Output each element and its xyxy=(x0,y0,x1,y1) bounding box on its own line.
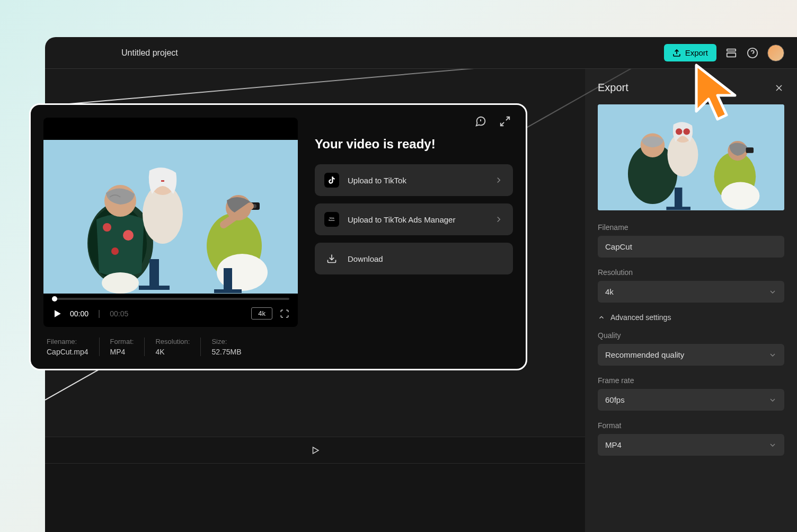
svg-rect-39 xyxy=(161,180,164,182)
svg-point-32 xyxy=(111,247,119,255)
download-icon xyxy=(324,251,339,266)
tiktok-ads-icon: TikTokBusiness xyxy=(324,212,339,227)
resolution-label: Resolution xyxy=(598,268,784,277)
chevron-down-icon xyxy=(768,288,777,296)
timeline xyxy=(45,437,585,532)
video-preview[interactable] xyxy=(43,140,298,294)
chevron-right-icon xyxy=(494,175,503,185)
chevron-down-icon xyxy=(768,351,777,359)
format-select[interactable]: MP4 xyxy=(598,434,784,456)
framerate-label: Frame rate xyxy=(598,376,784,385)
video-progress-bar[interactable] xyxy=(52,298,289,300)
filename-label: Filename xyxy=(598,223,784,232)
meta-size-value: 52.75MB xyxy=(211,348,241,356)
ready-title: Your video is ready! xyxy=(315,137,513,152)
upload-tiktok-ads-label: Upload to TikTok Ads Manager xyxy=(348,215,485,224)
svg-point-16 xyxy=(721,182,759,210)
quality-select[interactable]: Recommended quality xyxy=(598,344,784,366)
export-button-label: Export xyxy=(685,48,708,57)
export-complete-modal: 00:00 | 00:05 4k Filename: CapCut.mp4 Fo xyxy=(29,103,527,370)
svg-rect-47 xyxy=(139,286,170,290)
svg-rect-2 xyxy=(727,53,736,57)
help-icon[interactable] xyxy=(746,47,759,59)
tiktok-icon xyxy=(324,173,339,188)
chevron-down-icon xyxy=(768,396,777,404)
svg-line-26 xyxy=(501,122,504,126)
time-duration: 00:05 xyxy=(110,309,128,318)
advanced-settings-toggle[interactable]: Advanced settings xyxy=(598,313,784,322)
expand-icon[interactable] xyxy=(499,116,511,127)
dashboard-icon[interactable] xyxy=(725,47,738,59)
svg-marker-50 xyxy=(55,310,61,317)
play-icon[interactable] xyxy=(52,308,63,319)
svg-rect-46 xyxy=(149,259,159,288)
time-current: 00:00 xyxy=(70,309,88,318)
download-button[interactable]: Download xyxy=(315,243,513,274)
svg-point-13 xyxy=(676,128,682,135)
fullscreen-icon[interactable] xyxy=(280,309,289,318)
svg-point-34 xyxy=(102,272,139,294)
chevron-up-icon xyxy=(598,314,605,321)
filename-input[interactable] xyxy=(598,236,784,258)
svg-line-25 xyxy=(506,117,509,120)
meta-resolution-label: Resolution: xyxy=(155,338,190,345)
svg-point-31 xyxy=(123,230,134,241)
meta-filename-value: CapCut.mp4 xyxy=(47,348,88,356)
timeline-play-icon[interactable] xyxy=(311,446,320,455)
video-player: 00:00 | 00:05 4k xyxy=(43,118,298,327)
upload-tiktok-label: Upload to TikTok xyxy=(348,176,485,185)
chevron-down-icon xyxy=(768,441,777,449)
meta-resolution-value: 4K xyxy=(155,348,190,356)
svg-rect-19 xyxy=(675,188,682,209)
project-title: Untitled project xyxy=(121,48,178,58)
quality-label: Quality xyxy=(598,331,784,340)
chevron-right-icon xyxy=(494,215,503,224)
meta-format-value: MP4 xyxy=(110,348,134,356)
svg-rect-18 xyxy=(746,147,754,153)
svg-rect-49 xyxy=(214,289,242,293)
resolution-select[interactable]: 4k xyxy=(598,281,784,303)
framerate-select[interactable]: 60fps xyxy=(598,389,784,411)
export-button[interactable]: Export xyxy=(664,44,716,61)
svg-rect-1 xyxy=(727,49,736,51)
meta-format-label: Format: xyxy=(110,338,134,345)
user-avatar[interactable] xyxy=(767,45,784,61)
export-panel-title: Export xyxy=(598,82,628,94)
meta-size-label: Size: xyxy=(211,338,241,345)
feedback-icon[interactable] xyxy=(475,116,486,127)
svg-marker-5 xyxy=(313,447,318,454)
upload-tiktok-ads-button[interactable]: TikTokBusiness Upload to TikTok Ads Mana… xyxy=(315,203,513,235)
upload-tiktok-button[interactable]: Upload to TikTok xyxy=(315,164,513,196)
quality-badge: 4k xyxy=(251,307,272,320)
upload-icon xyxy=(672,49,681,57)
meta-filename-label: Filename: xyxy=(47,338,88,345)
svg-rect-51 xyxy=(327,215,336,224)
svg-rect-20 xyxy=(666,207,690,210)
svg-text:Business: Business xyxy=(329,219,335,221)
export-preview-thumbnail xyxy=(598,104,784,210)
download-label: Download xyxy=(348,254,503,263)
format-label: Format xyxy=(598,421,784,430)
file-metadata: Filename: CapCut.mp4 Format: MP4 Resolut… xyxy=(43,338,298,356)
close-icon[interactable] xyxy=(774,83,784,93)
svg-point-14 xyxy=(684,128,690,135)
svg-point-30 xyxy=(103,223,111,232)
app-header: Untitled project Export xyxy=(45,37,797,69)
svg-text:TikTok: TikTok xyxy=(329,217,334,219)
svg-rect-48 xyxy=(224,268,232,292)
export-panel: Export xyxy=(585,69,797,532)
